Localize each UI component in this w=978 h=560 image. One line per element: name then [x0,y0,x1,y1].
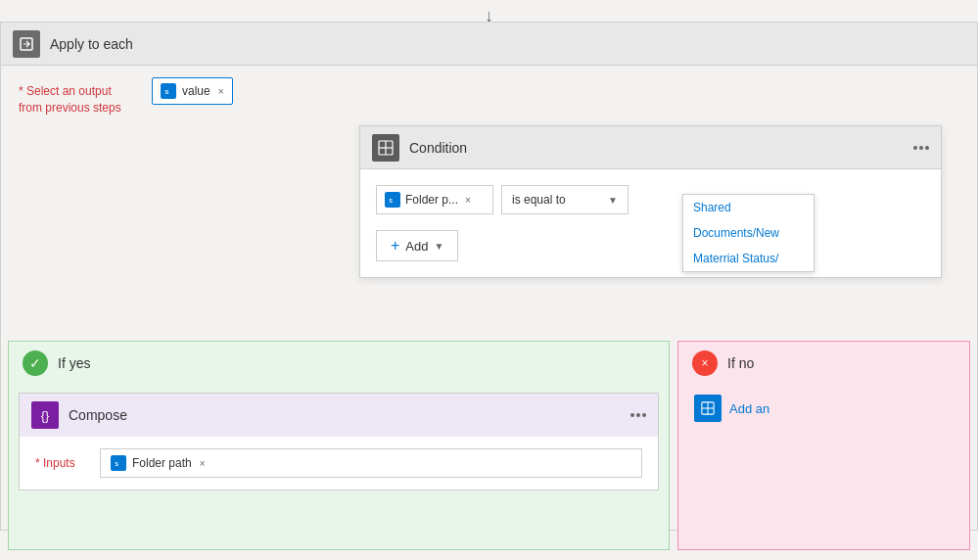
popup-item-materrial[interactable]: Materrial Status/ [683,246,814,271]
select-output-label: * Select an output from previous steps [19,77,136,117]
apply-to-each-header[interactable]: Apply to each [1,23,977,66]
compose-input-field[interactable]: S Folder path × [100,448,642,478]
add-action-icon [694,395,722,422]
folder-chip-icon: S [385,192,400,208]
add-chevron-icon: ▼ [434,241,443,252]
if-no-section: × If no Add an [677,341,970,550]
if-yes-header: ✓ If yes [9,342,669,385]
add-button[interactable]: + Add ▼ [376,230,458,261]
compose-icon: {} [31,401,59,429]
svg-text:S: S [164,88,168,95]
folder-chip-text: Folder p... [405,193,458,207]
apply-to-each-icon [13,30,40,58]
branch-container: ✓ If yes {} Compose * Inputs S [0,333,978,558]
chevron-down-icon: ▼ [608,195,618,206]
folder-chip: S Folder p... × [385,192,471,208]
popup-item-documents[interactable]: Documents/New [683,220,814,246]
compose-more-options[interactable] [630,413,646,417]
condition-row: S Folder p... × is equal to ▼ [376,185,925,214]
if-yes-icon: ✓ [23,350,48,376]
if-no-title: If no [727,355,754,371]
condition-header[interactable]: Condition [360,126,941,169]
condition-body: S Folder p... × is equal to ▼ + Add ▼ [360,169,941,277]
condition-icon [372,134,399,162]
add-button-label: Add [405,239,428,254]
apply-to-each-title: Apply to each [50,36,133,52]
folder-chip-container[interactable]: S Folder p... × [376,185,493,214]
add-action-button[interactable]: Add an [678,385,969,432]
add-action-label: Add an [729,401,769,416]
compose-inputs-label: * Inputs [35,456,84,470]
compose-title: Compose [69,407,630,423]
condition-more-options[interactable] [913,146,929,150]
if-no-header: × If no [678,342,969,385]
compose-chip-text: Folder path [132,456,192,470]
value-chip-close[interactable]: × [218,86,224,97]
compose-card: {} Compose * Inputs S Folder path × [19,393,659,490]
operator-text: is equal to [512,193,608,207]
value-chip-text: value [182,84,210,98]
compose-chip-icon: S [111,455,126,471]
compose-header[interactable]: {} Compose [20,394,658,437]
select-output-section: * Select an output from previous steps S… [1,66,977,128]
popup-item-shared[interactable]: Shared [683,195,814,220]
value-chip[interactable]: S value × [152,77,233,105]
condition-title: Condition [409,140,913,156]
if-yes-section: ✓ If yes {} Compose * Inputs S [8,341,670,550]
condition-card: Condition S Folder p... × is equal to ▼ [359,125,942,278]
compose-body: * Inputs S Folder path × [20,437,658,490]
plus-icon: + [391,237,399,255]
svg-text:S: S [389,198,393,204]
if-no-icon: × [692,350,718,376]
svg-text:S: S [115,461,118,467]
compose-chip-close[interactable]: × [200,458,206,469]
if-yes-title: If yes [58,355,90,371]
chip-sharepoint-icon: S [161,83,176,99]
folder-chip-close[interactable]: × [465,195,471,206]
operator-dropdown[interactable]: is equal to ▼ [501,185,629,214]
value-popup: Shared Documents/New Materrial Status/ [682,194,815,272]
